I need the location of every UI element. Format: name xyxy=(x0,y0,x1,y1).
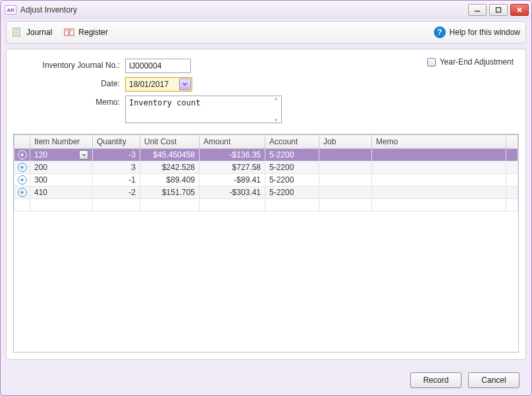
cell-quantity[interactable]: 3 xyxy=(93,161,140,174)
table-row-empty[interactable] xyxy=(14,199,518,212)
cell-unitcost[interactable]: $242.528 xyxy=(140,161,200,174)
row-zoom-button[interactable] xyxy=(14,149,30,161)
minimize-button[interactable] xyxy=(468,4,487,16)
cell-amount[interactable]: -$303.41 xyxy=(200,186,265,199)
register-icon xyxy=(64,27,74,38)
cell-job[interactable] xyxy=(319,174,372,186)
cell-unitcost[interactable]: $89.409 xyxy=(140,174,200,186)
cell-item[interactable]: 200 xyxy=(30,161,93,174)
cell-unitcost[interactable]: $45.450458 xyxy=(140,149,200,161)
cancel-button[interactable]: Cancel xyxy=(468,372,519,388)
cell-job[interactable] xyxy=(319,161,372,174)
svg-rect-9 xyxy=(70,29,74,36)
journal-no-input[interactable] xyxy=(125,59,191,73)
row-zoom-button[interactable] xyxy=(14,161,30,174)
date-input[interactable] xyxy=(126,78,178,91)
cell-quantity[interactable]: -1 xyxy=(93,174,140,186)
zoom-arrow-icon xyxy=(18,175,27,184)
footer: Record Cancel xyxy=(1,365,531,395)
svg-rect-1 xyxy=(496,8,501,13)
toolbar: Journal Register ? Help for this window xyxy=(6,21,526,43)
cell-memo[interactable] xyxy=(372,161,506,174)
help-link[interactable]: ? Help for this window xyxy=(434,26,520,38)
help-icon: ? xyxy=(434,26,446,38)
items-table: Item Number Quantity Unit Cost Amount Ac… xyxy=(13,134,519,353)
memo-input[interactable]: Inventory count xyxy=(125,96,282,123)
table-row[interactable]: 120-3$45.450458-$136.355-2200 xyxy=(14,149,518,161)
register-label: Register xyxy=(78,28,108,37)
close-icon xyxy=(516,7,523,13)
col-header-memo[interactable]: Memo xyxy=(372,135,506,149)
window-controls xyxy=(468,4,529,16)
cell-account[interactable]: 5-2200 xyxy=(265,161,319,174)
cell-quantity[interactable]: -3 xyxy=(93,149,140,161)
cell-item[interactable]: 120 xyxy=(30,149,93,161)
journal-label: Journal xyxy=(26,28,52,37)
year-end-checkbox[interactable]: Year-End Adjustment xyxy=(427,57,514,67)
memo-label: Memo: xyxy=(13,96,125,107)
zoom-arrow-icon xyxy=(18,150,27,159)
maximize-button[interactable] xyxy=(489,4,508,16)
table-header-row: Item Number Quantity Unit Cost Amount Ac… xyxy=(14,135,518,149)
titlebar: AR Adjust Inventory xyxy=(1,1,531,19)
record-button[interactable]: Record xyxy=(410,372,462,388)
date-picker-button[interactable] xyxy=(179,78,191,90)
checkbox-icon xyxy=(427,58,436,67)
cell-tail xyxy=(506,174,518,186)
col-header-account[interactable]: Account xyxy=(265,135,319,149)
cell-account[interactable]: 5-2200 xyxy=(265,174,319,186)
cell-quantity[interactable]: -2 xyxy=(93,186,140,199)
maximize-icon xyxy=(494,7,502,13)
cell-memo[interactable] xyxy=(372,149,506,161)
col-header-quantity[interactable]: Quantity xyxy=(93,135,140,149)
col-header-unitcost[interactable]: Unit Cost xyxy=(140,135,200,149)
scroll-down-icon: ▼ xyxy=(273,117,279,123)
cell-amount[interactable]: -$136.35 xyxy=(200,149,265,161)
memo-scrollbar[interactable]: ▲ ▼ xyxy=(271,96,281,123)
help-label: Help for this window xyxy=(450,28,520,37)
register-button[interactable]: Register xyxy=(64,27,108,38)
cell-job[interactable] xyxy=(319,186,372,199)
row-zoom-button[interactable] xyxy=(14,186,30,199)
window-title: Adjust Inventory xyxy=(20,5,468,14)
row-zoom-button[interactable] xyxy=(14,174,30,186)
cell-account[interactable]: 5-2200 xyxy=(265,149,319,161)
table-row[interactable]: 410-2$151.705-$303.415-2200 xyxy=(14,186,518,199)
minimize-icon xyxy=(473,7,481,13)
close-button[interactable] xyxy=(510,4,529,16)
table-row[interactable]: 300-1$89.409-$89.415-2200 xyxy=(14,174,518,186)
cell-memo[interactable] xyxy=(372,186,506,199)
cell-tail xyxy=(506,186,518,199)
chevron-down-icon xyxy=(182,82,188,86)
cell-tail xyxy=(506,149,518,161)
col-header-amount[interactable]: Amount xyxy=(200,135,265,149)
zoom-arrow-icon xyxy=(18,188,27,197)
cell-job[interactable] xyxy=(319,149,372,161)
journal-icon xyxy=(12,27,22,38)
cell-item[interactable]: 410 xyxy=(30,186,93,199)
content-panel: Year-End Adjustment Inventory Journal No… xyxy=(6,49,526,360)
date-field xyxy=(125,77,192,92)
table-row[interactable]: 2003$242.528$727.585-2200 xyxy=(14,161,518,174)
svg-rect-8 xyxy=(65,29,68,36)
col-header-icon[interactable] xyxy=(14,135,30,149)
cell-amount[interactable]: $727.58 xyxy=(200,161,265,174)
cell-account[interactable]: 5-2200 xyxy=(265,186,319,199)
cell-tail xyxy=(506,161,518,174)
app-badge: AR xyxy=(5,5,16,14)
cell-unitcost[interactable]: $151.705 xyxy=(140,186,200,199)
item-dropdown-button[interactable] xyxy=(79,150,88,159)
col-header-item[interactable]: Item Number xyxy=(30,135,93,149)
scroll-up-icon: ▲ xyxy=(273,96,279,101)
window-frame: AR Adjust Inventory Journal Regist xyxy=(0,0,532,396)
cell-memo[interactable] xyxy=(372,174,506,186)
cell-amount[interactable]: -$89.41 xyxy=(200,174,265,186)
zoom-arrow-icon xyxy=(18,163,27,172)
journal-no-label: Inventory Journal No.: xyxy=(13,59,125,70)
year-end-label: Year-End Adjustment xyxy=(440,57,514,67)
journal-button[interactable]: Journal xyxy=(12,27,52,38)
col-header-job[interactable]: Job xyxy=(319,135,372,149)
col-header-tail xyxy=(506,135,518,149)
cell-item[interactable]: 300 xyxy=(30,174,93,186)
date-label: Date: xyxy=(13,77,125,88)
